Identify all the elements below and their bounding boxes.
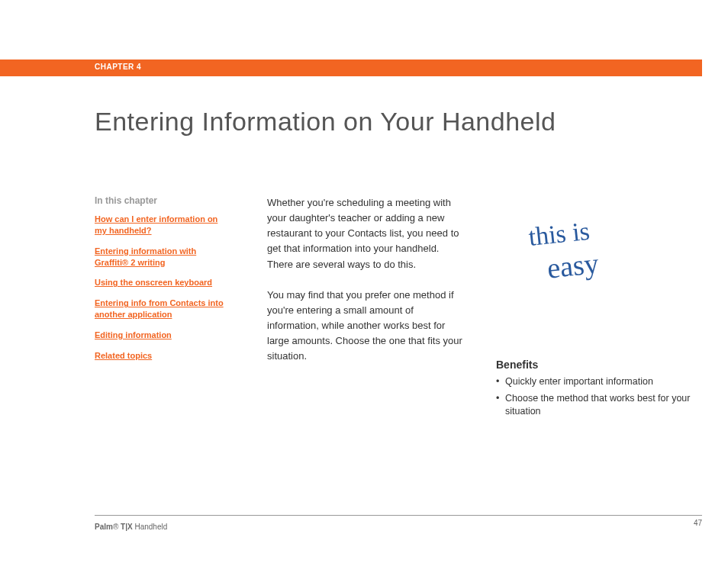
benefits-item: Quickly enter important information <box>496 375 694 389</box>
toc-link[interactable]: Related topics <box>95 350 232 362</box>
page-title: Entering Information on Your Handheld <box>95 107 556 137</box>
toc-link[interactable]: How can I enter information on my handhe… <box>95 214 232 236</box>
toc-link[interactable]: Entering info from Contacts into another… <box>95 298 232 320</box>
body-paragraph: You may find that you prefer one method … <box>267 288 465 365</box>
benefits-list: Quickly enter important information Choo… <box>496 375 694 419</box>
benefits-item: Choose the method that works best for yo… <box>496 392 694 419</box>
handwriting-graphic: this is easy <box>504 204 687 296</box>
body-text: Whether you're scheduling a meeting with… <box>267 195 465 379</box>
footer-product-name: Palm® T|X Handheld <box>95 523 167 531</box>
body-paragraph: Whether you're scheduling a meeting with… <box>267 195 465 272</box>
page-footer: Palm® T|X Handheld 47 <box>95 515 702 532</box>
handwriting-line1: this is <box>527 217 591 251</box>
benefits-heading: Benefits <box>496 359 694 371</box>
chapter-label: CHAPTER 4 <box>95 63 141 71</box>
toc-link[interactable]: Using the onscreen keyboard <box>95 277 232 288</box>
toc-link[interactable]: Editing information <box>95 330 232 341</box>
toc-list: How can I enter information on my handhe… <box>95 214 232 371</box>
page-number: 47 <box>694 519 702 527</box>
benefits-section: Benefits Quickly enter important informa… <box>496 359 694 422</box>
handwriting-line2: easy <box>546 247 601 285</box>
toc-link[interactable]: Entering information with Graffiti® 2 wr… <box>95 246 232 269</box>
in-this-chapter-heading: In this chapter <box>95 195 157 206</box>
